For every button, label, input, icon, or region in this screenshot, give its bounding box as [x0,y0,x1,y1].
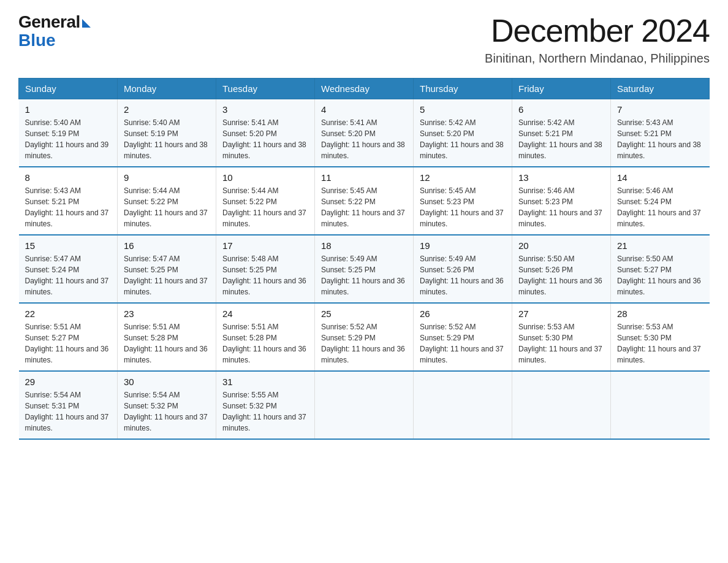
header-wednesday: Wednesday [315,79,414,99]
day-info: Sunrise: 5:44 AMSunset: 5:22 PMDaylight:… [124,185,210,229]
day-number: 25 [321,308,407,319]
calendar-cell: 29Sunrise: 5:54 AMSunset: 5:31 PMDayligh… [19,371,118,439]
calendar-cell: 31Sunrise: 5:55 AMSunset: 5:32 PMDayligh… [216,371,315,439]
calendar-cell: 6Sunrise: 5:42 AMSunset: 5:21 PMDaylight… [512,99,611,167]
day-number: 14 [617,172,703,183]
day-info: Sunrise: 5:48 AMSunset: 5:25 PMDaylight:… [222,253,308,297]
day-number: 30 [124,377,210,387]
day-info: Sunrise: 5:50 AMSunset: 5:27 PMDaylight:… [617,253,703,297]
day-info: Sunrise: 5:52 AMSunset: 5:29 PMDaylight:… [321,321,407,366]
logo-arrow-icon [82,19,91,28]
day-info: Sunrise: 5:49 AMSunset: 5:25 PMDaylight:… [321,253,407,297]
calendar-cell: 21Sunrise: 5:50 AMSunset: 5:27 PMDayligh… [611,235,710,303]
day-number: 13 [518,172,604,183]
calendar-cell: 7Sunrise: 5:43 AMSunset: 5:21 PMDaylight… [611,99,710,167]
day-number: 11 [321,172,407,183]
calendar-header-row: SundayMondayTuesdayWednesdayThursdayFrid… [19,79,710,99]
day-number: 31 [222,377,308,387]
day-info: Sunrise: 5:54 AMSunset: 5:31 PMDaylight:… [25,389,112,434]
day-number: 17 [222,240,308,251]
calendar-cell: 28Sunrise: 5:53 AMSunset: 5:30 PMDayligh… [611,303,710,371]
calendar-cell [414,371,512,439]
calendar-cell: 9Sunrise: 5:44 AMSunset: 5:22 PMDaylight… [118,167,216,235]
calendar-cell: 10Sunrise: 5:44 AMSunset: 5:22 PMDayligh… [216,167,315,235]
day-info: Sunrise: 5:42 AMSunset: 5:21 PMDaylight:… [518,117,604,161]
day-info: Sunrise: 5:47 AMSunset: 5:25 PMDaylight:… [124,253,210,297]
day-info: Sunrise: 5:51 AMSunset: 5:27 PMDaylight:… [25,321,112,366]
day-info: Sunrise: 5:43 AMSunset: 5:21 PMDaylight:… [25,185,112,229]
location-text: Binitinan, Northern Mindanao, Philippine… [485,52,710,66]
week-row-4: 22Sunrise: 5:51 AMSunset: 5:27 PMDayligh… [19,303,710,371]
calendar-cell: 1Sunrise: 5:40 AMSunset: 5:19 PMDaylight… [19,99,118,167]
day-number: 27 [518,308,604,319]
calendar-cell [611,371,710,439]
day-number: 6 [518,104,604,115]
month-title: December 2024 [485,12,710,49]
header-thursday: Thursday [414,79,512,99]
day-number: 15 [25,240,112,251]
calendar-cell: 12Sunrise: 5:45 AMSunset: 5:23 PMDayligh… [414,167,512,235]
calendar-cell: 4Sunrise: 5:41 AMSunset: 5:20 PMDaylight… [315,99,414,167]
calendar-cell: 15Sunrise: 5:47 AMSunset: 5:24 PMDayligh… [19,235,118,303]
calendar-cell: 18Sunrise: 5:49 AMSunset: 5:25 PMDayligh… [315,235,414,303]
logo-general-text: General [18,12,80,32]
day-number: 16 [124,240,210,251]
day-info: Sunrise: 5:49 AMSunset: 5:26 PMDaylight:… [420,253,506,297]
day-number: 20 [518,240,604,251]
day-info: Sunrise: 5:54 AMSunset: 5:32 PMDaylight:… [124,389,210,434]
calendar-cell: 5Sunrise: 5:42 AMSunset: 5:20 PMDaylight… [414,99,512,167]
day-number: 28 [617,308,703,319]
logo-blue-text: Blue [18,31,56,50]
day-number: 9 [124,172,210,183]
calendar-cell: 23Sunrise: 5:51 AMSunset: 5:28 PMDayligh… [118,303,216,371]
header-saturday: Saturday [611,79,710,99]
day-number: 21 [617,240,703,251]
day-info: Sunrise: 5:44 AMSunset: 5:22 PMDaylight:… [222,185,308,229]
day-info: Sunrise: 5:53 AMSunset: 5:30 PMDaylight:… [518,321,604,366]
day-number: 7 [617,104,703,115]
calendar-cell [315,371,414,439]
page-header: General Blue December 2024 Binitinan, No… [18,12,710,66]
calendar-cell [512,371,611,439]
day-number: 10 [222,172,308,183]
day-info: Sunrise: 5:41 AMSunset: 5:20 PMDaylight:… [321,117,407,161]
header-friday: Friday [512,79,611,99]
calendar-cell: 13Sunrise: 5:46 AMSunset: 5:23 PMDayligh… [512,167,611,235]
day-info: Sunrise: 5:51 AMSunset: 5:28 PMDaylight:… [222,321,308,366]
day-number: 23 [124,308,210,319]
calendar-cell: 30Sunrise: 5:54 AMSunset: 5:32 PMDayligh… [118,371,216,439]
day-info: Sunrise: 5:45 AMSunset: 5:23 PMDaylight:… [420,185,506,229]
day-info: Sunrise: 5:40 AMSunset: 5:19 PMDaylight:… [124,117,210,161]
day-number: 2 [124,104,210,115]
day-info: Sunrise: 5:40 AMSunset: 5:19 PMDaylight:… [25,117,112,161]
calendar-cell: 3Sunrise: 5:41 AMSunset: 5:20 PMDaylight… [216,99,315,167]
calendar-cell: 27Sunrise: 5:53 AMSunset: 5:30 PMDayligh… [512,303,611,371]
day-number: 18 [321,240,407,251]
calendar-cell: 14Sunrise: 5:46 AMSunset: 5:24 PMDayligh… [611,167,710,235]
calendar-cell: 26Sunrise: 5:52 AMSunset: 5:29 PMDayligh… [414,303,512,371]
calendar-cell: 11Sunrise: 5:45 AMSunset: 5:22 PMDayligh… [315,167,414,235]
header-sunday: Sunday [19,79,118,99]
day-info: Sunrise: 5:51 AMSunset: 5:28 PMDaylight:… [124,321,210,366]
day-info: Sunrise: 5:42 AMSunset: 5:20 PMDaylight:… [420,117,506,161]
calendar-cell: 16Sunrise: 5:47 AMSunset: 5:25 PMDayligh… [118,235,216,303]
day-info: Sunrise: 5:55 AMSunset: 5:32 PMDaylight:… [222,389,308,434]
calendar-cell: 20Sunrise: 5:50 AMSunset: 5:26 PMDayligh… [512,235,611,303]
day-number: 5 [420,104,506,115]
logo: General Blue [18,12,91,50]
day-info: Sunrise: 5:47 AMSunset: 5:24 PMDaylight:… [25,253,112,297]
day-info: Sunrise: 5:46 AMSunset: 5:23 PMDaylight:… [518,185,604,229]
calendar-table: SundayMondayTuesdayWednesdayThursdayFrid… [18,78,710,440]
day-number: 29 [25,377,112,387]
day-info: Sunrise: 5:46 AMSunset: 5:24 PMDaylight:… [617,185,703,229]
day-number: 26 [420,308,506,319]
day-info: Sunrise: 5:41 AMSunset: 5:20 PMDaylight:… [222,117,308,161]
calendar-cell: 8Sunrise: 5:43 AMSunset: 5:21 PMDaylight… [19,167,118,235]
day-info: Sunrise: 5:50 AMSunset: 5:26 PMDaylight:… [518,253,604,297]
day-number: 3 [222,104,308,115]
day-number: 19 [420,240,506,251]
day-number: 1 [25,104,112,115]
week-row-2: 8Sunrise: 5:43 AMSunset: 5:21 PMDaylight… [19,167,710,235]
week-row-5: 29Sunrise: 5:54 AMSunset: 5:31 PMDayligh… [19,371,710,439]
day-info: Sunrise: 5:52 AMSunset: 5:29 PMDaylight:… [420,321,506,366]
